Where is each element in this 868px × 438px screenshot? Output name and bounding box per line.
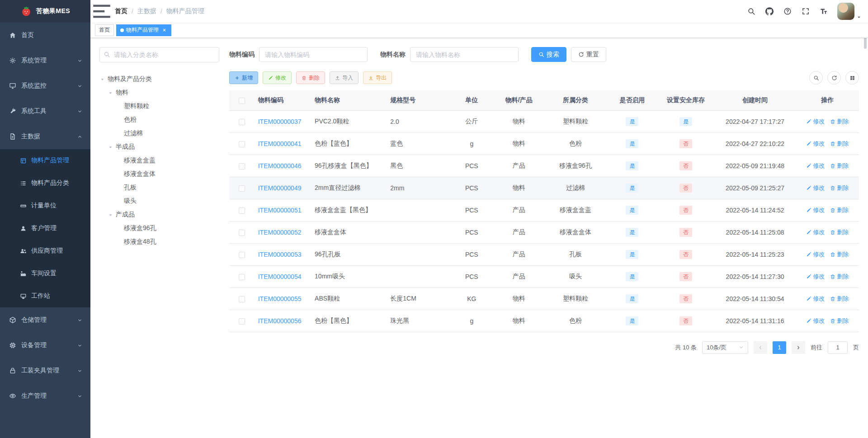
- header-font-size-button[interactable]: [815, 0, 833, 23]
- tree-node[interactable]: 物料: [99, 86, 219, 99]
- delete-button[interactable]: 删除: [296, 71, 325, 84]
- utility-columns-button[interactable]: [845, 71, 859, 85]
- sidebar-item-0[interactable]: 首页: [0, 23, 90, 48]
- header-help-button[interactable]: [778, 0, 797, 23]
- page-number-button[interactable]: 1: [773, 341, 786, 354]
- sidebar-subitem-4[interactable]: 供应商管理: [0, 240, 90, 262]
- row-checkbox[interactable]: [239, 274, 245, 280]
- row-checkbox[interactable]: [239, 318, 245, 325]
- breadcrumb-item-1[interactable]: 主数据: [137, 7, 156, 15]
- export-button[interactable]: 导出: [363, 71, 392, 84]
- delete-row-button[interactable]: 删除: [830, 184, 849, 192]
- tab-0[interactable]: 首页: [95, 24, 114, 36]
- delete-row-button[interactable]: 删除: [830, 250, 849, 259]
- sidebar-subitem-1[interactable]: 物料产品分类: [0, 172, 90, 194]
- header-github-button[interactable]: [760, 0, 778, 23]
- tree-node[interactable]: 过滤棉: [99, 127, 219, 140]
- sidebar-subitem-2[interactable]: 计量单位: [0, 194, 90, 217]
- sidebar-item-4[interactable]: 主数据: [0, 124, 90, 149]
- row-checkbox[interactable]: [239, 230, 245, 236]
- material-code-link[interactable]: ITEM00000051: [258, 207, 302, 214]
- search-button[interactable]: 搜索: [531, 47, 566, 62]
- reset-button[interactable]: 重置: [571, 47, 606, 62]
- edit-row-button[interactable]: 修改: [806, 162, 825, 170]
- row-checkbox[interactable]: [239, 252, 245, 258]
- search-field-input-1[interactable]: [410, 47, 519, 62]
- delete-row-button[interactable]: 删除: [830, 317, 849, 325]
- header-search-button[interactable]: [742, 0, 760, 23]
- sidebar-item-8[interactable]: 生产管理: [0, 383, 90, 409]
- edit-row-button[interactable]: 修改: [806, 273, 825, 281]
- delete-row-button[interactable]: 删除: [830, 140, 849, 148]
- delete-row-button[interactable]: 删除: [830, 162, 849, 170]
- material-code-link[interactable]: ITEM00000053: [258, 251, 302, 258]
- close-icon[interactable]: [161, 27, 167, 33]
- material-code-link[interactable]: ITEM00000055: [258, 295, 302, 302]
- edit-row-button[interactable]: 修改: [806, 118, 825, 126]
- edit-row-button[interactable]: 修改: [806, 140, 825, 148]
- sidebar-item-1[interactable]: 系统管理: [0, 48, 90, 73]
- sidebar-item-7[interactable]: 工装夹具管理: [0, 358, 90, 383]
- edit-row-button[interactable]: 修改: [806, 295, 825, 303]
- material-code-link[interactable]: ITEM00000037: [258, 118, 302, 125]
- breadcrumb-item-2[interactable]: 物料产品管理: [166, 7, 204, 15]
- material-code-link[interactable]: ITEM00000052: [258, 229, 302, 236]
- edit-row-button[interactable]: 修改: [806, 184, 825, 192]
- edit-button[interactable]: 修改: [263, 71, 292, 84]
- sidebar-subitem-6[interactable]: 工作站: [0, 285, 90, 307]
- delete-row-button[interactable]: 删除: [830, 295, 849, 303]
- tab-1[interactable]: 物料产品管理: [116, 24, 171, 36]
- utility-refresh-button[interactable]: [827, 71, 841, 85]
- prev-page-button[interactable]: [754, 341, 767, 354]
- tree-node[interactable]: 产成品: [99, 208, 219, 221]
- tree-node[interactable]: 移液盒盒盖: [99, 154, 219, 167]
- material-code-link[interactable]: ITEM00000056: [258, 317, 302, 325]
- add-button[interactable]: 新增: [229, 71, 258, 84]
- select-all-checkbox[interactable]: [239, 98, 245, 104]
- sidebar-subitem-3[interactable]: 客户管理: [0, 217, 90, 240]
- tree-node[interactable]: 孔板: [99, 181, 219, 194]
- search-field-input-0[interactable]: [259, 47, 368, 62]
- delete-row-button[interactable]: 删除: [830, 228, 849, 236]
- sidebar-item-3[interactable]: 系统工具: [0, 99, 90, 124]
- tree-node[interactable]: 移液盒48孔: [99, 235, 219, 249]
- tree-node[interactable]: 移液盒96孔: [99, 221, 219, 235]
- row-checkbox[interactable]: [239, 207, 245, 214]
- row-checkbox[interactable]: [239, 119, 245, 125]
- tree-node[interactable]: 色粉: [99, 113, 219, 127]
- material-code-link[interactable]: ITEM00000041: [258, 140, 302, 147]
- tree-node[interactable]: 塑料颗粒: [99, 99, 219, 113]
- edit-row-button[interactable]: 修改: [806, 250, 825, 259]
- sidebar-item-5[interactable]: 仓储管理: [0, 307, 90, 333]
- sidebar-item-2[interactable]: 系统监控: [0, 73, 90, 99]
- tree-node[interactable]: 半成品: [99, 140, 219, 154]
- utility-search-button[interactable]: [809, 71, 823, 85]
- delete-row-button[interactable]: 删除: [830, 206, 849, 214]
- user-menu[interactable]: [837, 0, 862, 23]
- tree-node[interactable]: 物料及产品分类: [99, 72, 219, 86]
- sidebar-subitem-0[interactable]: 物料产品管理: [0, 149, 90, 172]
- delete-row-button[interactable]: 删除: [830, 273, 849, 281]
- edit-row-button[interactable]: 修改: [806, 206, 825, 214]
- sidebar-subitem-5[interactable]: 车间设置: [0, 262, 90, 285]
- sidebar-item-6[interactable]: 设备管理: [0, 333, 90, 358]
- page-size-select[interactable]: 10条/页: [702, 341, 748, 354]
- breadcrumb-item-0[interactable]: 首页: [115, 7, 127, 15]
- goto-page-input[interactable]: [828, 341, 848, 354]
- avatar[interactable]: [837, 3, 854, 20]
- category-search-input[interactable]: [99, 47, 219, 62]
- row-checkbox[interactable]: [239, 296, 245, 302]
- edit-row-button[interactable]: 修改: [806, 317, 825, 325]
- row-checkbox[interactable]: [239, 163, 245, 170]
- material-code-link[interactable]: ITEM00000049: [258, 184, 302, 192]
- app-logo[interactable]: 苦糖果MES: [0, 0, 90, 23]
- header-fullscreen-button[interactable]: [797, 0, 815, 23]
- import-button[interactable]: 导入: [330, 71, 359, 84]
- material-code-link[interactable]: ITEM00000054: [258, 273, 302, 280]
- row-checkbox[interactable]: [239, 141, 245, 147]
- row-checkbox[interactable]: [239, 185, 245, 192]
- tree-node[interactable]: 移液盒盒体: [99, 167, 219, 181]
- edit-row-button[interactable]: 修改: [806, 228, 825, 236]
- tree-node[interactable]: 吸头: [99, 194, 219, 208]
- hamburger-icon[interactable]: [90, 0, 113, 23]
